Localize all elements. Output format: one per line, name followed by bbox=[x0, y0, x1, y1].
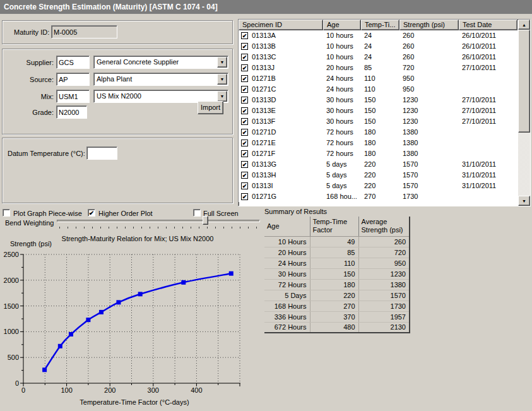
grid-row[interactable]: ✔01313G5 days220157031/10/2011 bbox=[239, 159, 518, 170]
source-code-field[interactable] bbox=[56, 73, 90, 86]
row-checkbox[interactable]: ✔ bbox=[241, 172, 248, 179]
specimen-id-cell: ✔01313B bbox=[239, 41, 323, 52]
specimen-grid-body: Specimen IDAgeTemp-Ti...Strength (psi)Te… bbox=[239, 20, 518, 206]
specimen-id: 01313H bbox=[252, 170, 276, 181]
fullscreen-checkbox[interactable] bbox=[193, 209, 201, 217]
summary-cell: 2130 bbox=[358, 322, 410, 333]
maturity-id-label: Maturity ID: bbox=[14, 28, 49, 36]
row-checkbox[interactable]: ✔ bbox=[241, 54, 248, 61]
specimen-id-cell: ✔01313C bbox=[239, 52, 323, 63]
supplier-label: Supplier: bbox=[3, 59, 54, 66]
source-label: Source: bbox=[3, 76, 54, 83]
date-cell bbox=[459, 73, 517, 84]
higher-order-checkbox[interactable]: ✔ bbox=[88, 209, 95, 217]
import-button[interactable]: Import bbox=[198, 101, 223, 114]
strength-curve bbox=[45, 273, 232, 370]
grid-column-header[interactable]: Strength (psi) bbox=[399, 20, 459, 30]
row-checkbox[interactable]: ✔ bbox=[241, 129, 248, 136]
grid-row[interactable]: ✔01313D30 hours150123027/10/2011 bbox=[239, 95, 518, 105]
piecewise-checkbox[interactable] bbox=[3, 209, 10, 217]
grid-row[interactable]: ✔01313I5 days220157031/10/2011 bbox=[239, 181, 518, 191]
age-cell: 72 hours bbox=[323, 138, 361, 148]
datum-temperature-field[interactable] bbox=[86, 146, 117, 160]
data-point-marker bbox=[58, 344, 62, 348]
summary-cell: 672 Hours bbox=[264, 322, 310, 333]
source-combo-arrow[interactable]: ▼ bbox=[217, 74, 227, 85]
scrollbar-thumb[interactable] bbox=[518, 30, 530, 133]
factor-cell: 220 bbox=[361, 170, 399, 181]
factor-cell: 180 bbox=[361, 138, 399, 148]
app-window: { "window": { "title": "Concrete Strengt… bbox=[0, 0, 532, 411]
grade-label: Grade: bbox=[3, 109, 54, 116]
summary-cell: 150 bbox=[310, 268, 358, 279]
age-cell: 10 hours bbox=[323, 30, 361, 41]
data-point-marker bbox=[99, 310, 103, 314]
summary-row: 336 Hours3701957 bbox=[264, 311, 410, 322]
mix-code-field[interactable] bbox=[56, 90, 90, 103]
grid-row[interactable]: ✔01271C24 hours110950 bbox=[239, 84, 518, 95]
slider-tick bbox=[199, 227, 199, 229]
supplier-combo-value[interactable]: General Concrete Supplier bbox=[93, 56, 228, 69]
grid-row[interactable]: ✔01313F30 hours150123027/10/2011 bbox=[239, 116, 518, 127]
summary-cell: 1230 bbox=[358, 268, 410, 279]
grid-column-header[interactable]: Temp-Ti... bbox=[361, 20, 399, 30]
specimen-id: 01313F bbox=[252, 116, 275, 127]
strength-cell: 1730 bbox=[399, 191, 459, 202]
row-checkbox[interactable]: ✔ bbox=[241, 118, 248, 125]
source-combo-value[interactable]: Alpha Plant bbox=[93, 73, 228, 86]
slider-tick bbox=[150, 227, 150, 229]
row-checkbox[interactable]: ✔ bbox=[241, 161, 248, 168]
summary-cell: 336 Hours bbox=[264, 311, 310, 322]
summary-cell: 1957 bbox=[358, 311, 410, 322]
grid-column-header[interactable]: Age bbox=[323, 20, 361, 30]
bend-weighting-label: Bend Weighting bbox=[5, 219, 54, 227]
grid-row[interactable]: ✔01313E30 hours150123027/10/2011 bbox=[239, 105, 518, 116]
data-point-marker bbox=[69, 332, 73, 337]
grid-row[interactable]: ✔01313A10 hours2426026/10/2011 bbox=[239, 30, 518, 41]
row-checkbox[interactable]: ✔ bbox=[241, 86, 248, 93]
specimen-id-cell: ✔01271D bbox=[239, 127, 323, 138]
row-checkbox[interactable]: ✔ bbox=[241, 64, 248, 71]
source-combo[interactable]: Alpha Plant ▼ bbox=[93, 73, 228, 86]
specimen-id-cell: ✔01313D bbox=[239, 95, 323, 105]
grid-column-header[interactable]: Specimen ID bbox=[239, 20, 323, 30]
row-checkbox[interactable]: ✔ bbox=[241, 107, 248, 114]
grade-field[interactable] bbox=[56, 105, 87, 119]
row-checkbox[interactable]: ✔ bbox=[241, 193, 248, 200]
summary-cell: 480 bbox=[310, 322, 358, 333]
grid-row[interactable]: ✔01313B10 hours2426026/10/2011 bbox=[239, 41, 518, 52]
grid-row[interactable]: ✔01271E72 hours1801380 bbox=[239, 138, 518, 148]
summary-cell: 1380 bbox=[358, 279, 410, 290]
grid-row[interactable]: ✔01313C10 hours2426026/10/2011 bbox=[239, 52, 518, 63]
grid-scrollbar[interactable]: ▲ ▼ bbox=[518, 20, 530, 206]
grid-row[interactable]: ✔01313J20 hours8572027/10/2011 bbox=[239, 63, 518, 73]
bend-weighting-slider-track[interactable] bbox=[57, 220, 260, 222]
slider-tick bbox=[84, 227, 85, 229]
supplier-combo[interactable]: General Concrete Supplier ▼ bbox=[93, 56, 228, 69]
scroll-up-button[interactable]: ▲ bbox=[518, 20, 530, 30]
row-checkbox[interactable]: ✔ bbox=[241, 43, 248, 50]
row-checkbox[interactable]: ✔ bbox=[241, 97, 248, 104]
grid-column-header[interactable]: Test Date bbox=[459, 20, 517, 30]
supplier-combo-arrow[interactable]: ▼ bbox=[217, 57, 227, 68]
mix-combo-arrow[interactable]: ▼ bbox=[217, 91, 227, 102]
supplier-code-field[interactable] bbox=[56, 56, 90, 69]
row-checkbox[interactable]: ✔ bbox=[241, 182, 248, 189]
scroll-down-button[interactable]: ▼ bbox=[518, 196, 530, 206]
grid-row[interactable]: ✔01271B24 hours110950 bbox=[239, 73, 518, 84]
strength-cell: 1570 bbox=[399, 159, 459, 170]
row-checkbox[interactable]: ✔ bbox=[241, 150, 248, 157]
row-checkbox[interactable]: ✔ bbox=[241, 32, 248, 39]
slider-tick bbox=[207, 227, 208, 229]
slider-tick bbox=[141, 227, 142, 229]
age-cell: 168 hou... bbox=[323, 191, 361, 202]
row-checkbox[interactable]: ✔ bbox=[241, 140, 248, 146]
date-cell bbox=[459, 84, 517, 95]
bend-weighting-slider-thumb[interactable] bbox=[203, 216, 208, 225]
grid-row[interactable]: ✔01271G168 hou...2701730 bbox=[239, 191, 518, 202]
row-checkbox[interactable]: ✔ bbox=[241, 75, 248, 82]
summary-cell: 180 bbox=[310, 279, 358, 290]
grid-row[interactable]: ✔01271D72 hours1801380 bbox=[239, 127, 518, 138]
grid-row[interactable]: ✔01313H5 days220157031/10/2011 bbox=[239, 170, 518, 181]
grid-row[interactable]: ✔01271F72 hours1801380 bbox=[239, 148, 518, 159]
